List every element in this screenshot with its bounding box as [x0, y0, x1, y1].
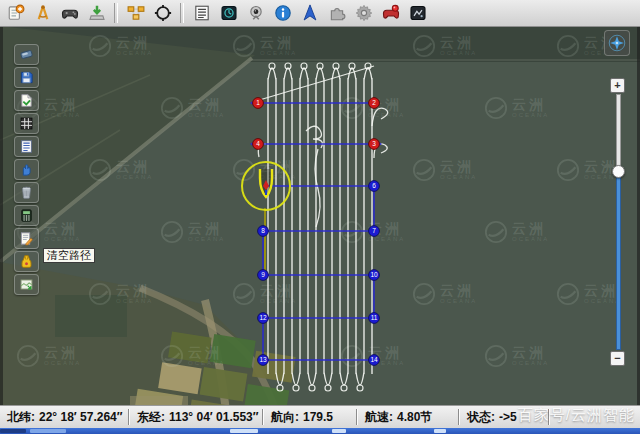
clear-path-icon — [19, 254, 34, 269]
waypoint-marker[interactable] — [253, 98, 264, 109]
waypoint-11[interactable]: 11 — [369, 313, 380, 324]
waypoint-marker[interactable] — [258, 355, 269, 366]
info-button[interactable] — [270, 1, 295, 25]
waypoint-marker[interactable] — [369, 139, 380, 150]
grid-button[interactable] — [14, 113, 39, 134]
zoom-track-lower — [616, 170, 621, 350]
status-label: 状态: — [467, 409, 495, 426]
puzzle-button[interactable] — [324, 1, 349, 25]
webcam-icon — [247, 4, 265, 22]
oceanalpha-watermark: 云洲OCEANA — [484, 344, 549, 368]
save-button[interactable] — [14, 67, 39, 88]
waypoint-1[interactable]: 1 — [253, 98, 264, 109]
calculator-button[interactable] — [14, 205, 39, 226]
oceanalpha-logo-icon — [232, 34, 256, 58]
navigation-arrow-button[interactable] — [297, 1, 322, 25]
crosshair-button[interactable] — [150, 1, 175, 25]
list-icon — [193, 4, 211, 22]
oceanalpha-watermark: 云洲OCEANA — [232, 158, 297, 182]
webcam-button[interactable] — [243, 1, 268, 25]
oceanalpha-logo-icon — [340, 220, 364, 244]
track-detail — [306, 126, 322, 148]
waypoint-marker[interactable] — [253, 139, 264, 150]
route-plan-button[interactable] — [123, 1, 148, 25]
waypoint-number: 3 — [372, 140, 376, 147]
zoom-in-button[interactable]: + — [610, 78, 625, 93]
waypoint-3[interactable]: 3 — [369, 139, 380, 150]
waypoint-6[interactable]: 6 — [369, 181, 380, 192]
waypoint-14[interactable]: 14 — [369, 355, 380, 366]
waypoint-2[interactable]: 2 — [369, 98, 380, 109]
oceanalpha-logo-icon — [88, 34, 112, 58]
clear-path-tooltip: 清空路径 — [43, 248, 95, 263]
status-field: 航向:179.5 — [264, 406, 356, 428]
oceanalpha-watermark: 云洲OCEANA — [160, 220, 225, 244]
oceanalpha-watermark: 云洲OCEANA — [340, 96, 405, 120]
oceanalpha-logo-icon — [160, 96, 184, 120]
waypoint-number: 4 — [256, 140, 260, 147]
boat-bow-marker — [263, 180, 269, 190]
waypoint-marker[interactable] — [369, 355, 380, 366]
oceanalpha-logo-icon — [412, 158, 436, 182]
oceanalpha-logo-icon — [412, 282, 436, 306]
waypoint-marker[interactable] — [369, 181, 380, 192]
waypoint-13[interactable]: 13 — [258, 355, 269, 366]
download-button[interactable] — [84, 1, 109, 25]
clear-path-button[interactable] — [14, 251, 39, 272]
status-label: 东经: — [137, 409, 165, 426]
waypoint-4[interactable]: 4 — [253, 139, 264, 150]
oceanalpha-watermark: 云洲OCEANA — [232, 282, 297, 306]
waypoint-marker[interactable] — [258, 270, 269, 281]
toolbar-separator — [180, 3, 184, 23]
track-turn-loop — [309, 385, 315, 391]
waypoint-7[interactable]: 7 — [369, 226, 380, 237]
waypoint-9[interactable]: 9 — [258, 270, 269, 281]
oceanalpha-logo-icon — [556, 34, 580, 58]
map-export-button[interactable] — [14, 274, 39, 295]
status-field: 航速:4.80节 — [358, 406, 458, 428]
waypoint-marker[interactable] — [369, 270, 380, 281]
trash-button[interactable] — [14, 182, 39, 203]
edit-note-button[interactable] — [14, 228, 39, 249]
oceanalpha-logo-icon — [412, 34, 436, 58]
open-file-button[interactable] — [14, 90, 39, 111]
track-turn-loop — [269, 63, 275, 69]
measure-tool-button[interactable] — [30, 1, 55, 25]
map-export-icon — [19, 277, 34, 292]
waypoint-marker[interactable] — [258, 313, 269, 324]
waypoint-marker[interactable] — [369, 313, 380, 324]
toolbar — [0, 0, 640, 27]
zoom-track[interactable] — [615, 94, 620, 350]
oceanalpha-watermark: 云洲OCEANA — [160, 96, 225, 120]
gear-button[interactable] — [351, 1, 376, 25]
list-panel-button[interactable] — [14, 136, 39, 157]
gamepad-button[interactable] — [57, 1, 82, 25]
zoom-out-button[interactable]: − — [610, 351, 625, 366]
gamepad-icon — [61, 4, 79, 22]
waypoint-marker[interactable] — [369, 98, 380, 109]
oceanalpha-logo-icon — [160, 344, 184, 368]
list-panel-icon — [19, 139, 34, 154]
instrument-panel-button[interactable] — [216, 1, 241, 25]
waypoint-8[interactable]: 8 — [258, 226, 269, 237]
whiteboard-button[interactable] — [14, 44, 39, 65]
oceanalpha-watermark: 云洲OCEANA — [88, 34, 153, 58]
hand-button[interactable] — [14, 159, 39, 180]
zoom-thumb[interactable] — [612, 165, 625, 178]
waypoint-10[interactable]: 10 — [369, 270, 380, 281]
oceanalpha-watermark: 云洲OCEANA — [232, 34, 297, 58]
usv-boat-icon[interactable] — [260, 169, 272, 197]
oceanalpha-logo-icon — [232, 282, 256, 306]
video-panel-button[interactable] — [405, 1, 430, 25]
waypoint-12[interactable]: 12 — [258, 313, 269, 324]
remote-control-button[interactable] — [378, 1, 403, 25]
waypoint-marker[interactable] — [369, 226, 380, 237]
list-button[interactable] — [189, 1, 214, 25]
compass-button[interactable] — [604, 30, 630, 56]
new-mission-button[interactable] — [3, 1, 28, 25]
track-turn-loop — [325, 385, 331, 391]
waypoint-marker[interactable] — [258, 226, 269, 237]
zoom-track-upper — [616, 94, 621, 172]
oceanalpha-watermark: 云洲OCEANA — [88, 158, 153, 182]
info-icon — [274, 4, 292, 22]
